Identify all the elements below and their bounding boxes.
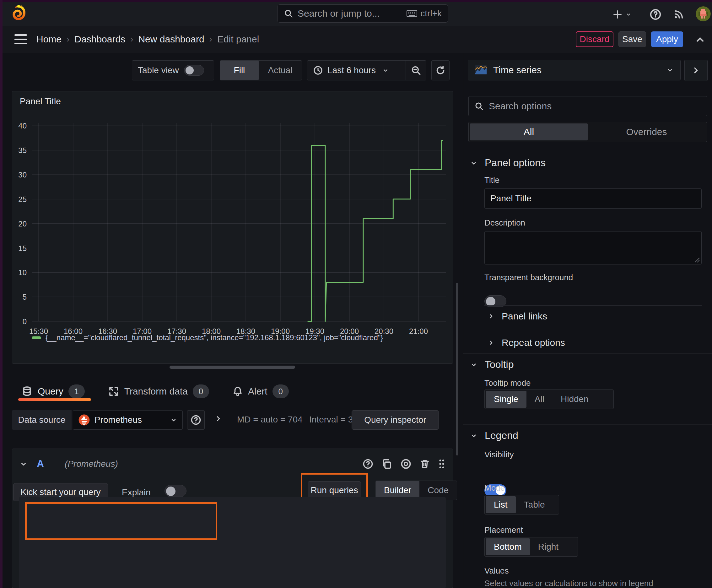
tab-alert[interactable]: Alert 0 [229,379,292,404]
search-placeholder: Search or jump to... [298,8,402,19]
divider [484,305,702,306]
help-circle-icon [362,458,373,469]
max-data-points-stat: MD = auto = 704 [237,415,303,425]
datasource-label: Data source [12,410,71,430]
apply-button[interactable]: Apply [651,31,683,47]
grafana-logo-icon[interactable] [10,4,26,22]
table-view-label: Table view [138,65,179,76]
add-menu-button[interactable] [611,7,633,21]
chevron-down-icon [666,66,674,74]
delete-query-button[interactable] [419,458,430,469]
chart-legend[interactable]: {__name__="cloudflared_tunnel_total_requ… [32,333,383,342]
scrollbar[interactable] [456,283,458,456]
shortcut-hint: ctrl+k [407,8,442,19]
timeseries-viz-icon [474,65,488,75]
plus-icon [612,9,623,20]
duplicate-query-button[interactable] [381,458,392,469]
chevron-right-icon [487,313,495,320]
transparent-bg-label: Transparent background [484,273,573,282]
tooltip-mode-hidden[interactable]: Hidden [553,391,597,408]
legend-series-swatch [32,336,41,339]
repeat-options-section[interactable]: Repeat options [487,337,565,348]
tooltip-mode-single[interactable]: Single [486,391,526,408]
query-row-header[interactable]: A (Prometheus) [12,449,453,479]
fill-option[interactable]: Fill [220,61,259,80]
legend-mode-list[interactable]: List [486,496,516,513]
legend-placement-switch: Bottom Right [484,537,578,556]
user-avatar[interactable] [696,6,711,21]
tab-alert-count: 0 [273,384,289,398]
transform-icon [108,386,119,397]
panel-preview: Panel Title 051015202530354015:3016:0016… [12,91,453,364]
time-range-control: Last 6 hours [307,60,426,80]
visualization-picker[interactable]: Time series [468,60,681,80]
description-textarea[interactable] [484,231,702,265]
actual-option[interactable]: Actual [259,61,302,80]
time-range-picker[interactable]: Last 6 hours [307,61,406,80]
legend-placement-right[interactable]: Right [530,538,567,555]
toggle-viz-picker-button[interactable] [684,60,708,81]
breadcrumb-new-dashboard[interactable]: New dashboard [138,34,204,45]
panel-options-header[interactable]: Panel options [470,157,546,169]
svg-text:15: 15 [18,244,27,253]
panel-title[interactable]: Panel Title [20,97,61,106]
toggle-query-visibility-button[interactable] [400,458,412,470]
options-search-placeholder: Search options [489,101,552,111]
breadcrumb-separator-icon: › [209,34,212,44]
zoom-out-button[interactable] [406,61,426,80]
legend-series-label: {__name__="cloudflared_tunnel_total_requ… [45,333,383,342]
query-help-button[interactable] [362,458,373,469]
tab-transform[interactable]: Transform data 0 [105,379,212,404]
drag-query-handle[interactable] [438,458,446,470]
svg-text:5: 5 [23,293,27,301]
panel-title-input[interactable] [484,188,702,209]
datasource-help-button[interactable] [187,410,205,430]
clock-icon [313,65,323,76]
tab-overrides[interactable]: Overrides [588,123,706,141]
svg-text:35: 35 [18,146,27,154]
builder-option[interactable]: Builder [376,481,419,500]
tab-all[interactable]: All [470,123,588,141]
time-series-chart[interactable]: 051015202530354015:3016:0016:3017:0017:3… [12,91,453,363]
database-icon [21,385,33,397]
panel-resize-handle[interactable] [170,365,295,369]
table-view-toggle[interactable] [184,65,204,76]
explain-label: Explain [122,487,151,498]
breadcrumb-dashboards[interactable]: Dashboards [74,34,125,45]
svg-text:10: 10 [18,268,27,277]
top-nav-bar: Search or jump to... ctrl+k [2,2,712,26]
chevron-down-icon [170,416,177,424]
legend-placement-bottom[interactable]: Bottom [486,538,530,555]
chevron-down-icon [382,67,389,74]
query-inspector-button[interactable]: Query inspector [352,410,439,430]
tooltip-mode-all[interactable]: All [526,391,553,408]
help-button[interactable] [648,7,663,22]
legend-section-header[interactable]: Legend [470,430,518,441]
sidebar-divider [463,53,463,588]
refresh-button[interactable] [431,60,450,80]
chevron-down-icon [470,432,478,440]
global-search-input[interactable]: Search or jump to... ctrl+k [277,4,448,23]
run-queries-button[interactable]: Run queries [308,481,361,499]
collapse-header-button[interactable] [693,33,707,46]
query-options-expander[interactable] [214,414,223,423]
discard-button[interactable]: Discard [576,31,613,47]
legend-values-label: Values [484,566,509,576]
chevron-down-icon [625,11,632,18]
breadcrumb-home[interactable]: Home [37,34,62,45]
datasource-picker[interactable]: Prometheus [73,410,183,430]
code-option[interactable]: Code [419,481,457,500]
tooltip-section-header[interactable]: Tooltip [470,359,514,370]
title-field-label: Title [484,175,499,185]
menu-toggle-button[interactable] [15,34,27,44]
save-button[interactable]: Save [619,31,646,47]
rss-icon [673,8,685,20]
legend-mode-table[interactable]: Table [516,496,553,513]
options-search-input[interactable]: Search options [468,96,707,116]
chevron-right-icon [487,339,495,346]
explain-toggle[interactable] [165,485,187,497]
news-rss-button[interactable] [671,7,686,22]
tab-transform-label: Transform data [124,386,188,397]
breadcrumb-edit-panel: Edit panel [217,34,259,45]
panel-links-section[interactable]: Panel links [487,311,547,322]
